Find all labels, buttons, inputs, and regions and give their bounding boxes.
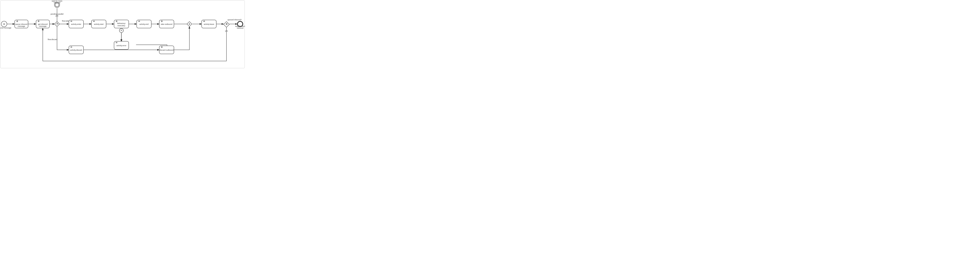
flow-take-gateway: ✕ [54,22,59,27]
envelope-icon-error: ✉ [116,41,117,44]
edge-gateway-to-discard [57,26,69,50]
flow-discard-label: flow.discard [48,38,57,41]
get-inbound-text: get inbound [38,23,48,25]
envelope-icon-discard: ✉ [70,46,72,48]
activity-start-text: activity.start [94,23,103,25]
envelope-icon-inbound: ✉ [3,23,5,25]
inbound-message-label: inbound message [0,27,11,29]
behaviour-text: Behaviour [117,22,126,24]
gear-icon-queue: ⚙ [16,20,18,22]
discard-outbound-node: ⚙ discard outbound [159,46,174,54]
plus-icon-parallel: + [189,22,190,25]
diagram-frame [0,0,245,68]
gear-icon-behaviour: ⚙ [116,20,118,22]
loop-icon: ↻ [121,29,122,32]
activity-start-node: ✉ activity.start [91,20,106,28]
activity-leave-node: ✉ activity.leave [202,20,216,28]
queue-inbound-text2: message [18,25,25,27]
behaviour-text2: execute() [118,25,125,27]
x-icon-flow-take: ✕ [56,22,58,25]
envelope-icon-leave: ✉ [203,20,205,22]
activity-enter-text: activity.enter [71,23,81,25]
activity-end-text: activity.end [140,23,148,25]
activity-end-node: ✉ activity.end [137,20,151,28]
wait-next-inbound-label2: inbound [237,27,243,29]
flow-take-label: flow.take [62,20,69,22]
gear-icon-discard-outbound: ⚙ [161,46,163,48]
wait-more-label2: inbound [54,2,60,4]
x-icon-queued: ✕ [226,22,228,25]
take-outbound-node: ⚙ take outbound [159,20,174,28]
edge-yes-loop [43,27,226,61]
loop-marker: ↻ [119,29,123,33]
activity-leave-text: activity.leave [204,23,214,25]
queue-inbound-text: queue inbound [15,23,27,25]
activity-error-node: ✉ activity.error [114,41,129,49]
parallel-gateway-node: + [187,22,192,27]
queue-inbound-node: ⚙ queue inbound message [15,20,28,28]
activity-enter-node: ✉ activity.enter [69,20,83,28]
get-inbound-node: ⚙ get inbound message [36,20,49,28]
get-inbound-text2: message [39,25,47,27]
envelope-icon-enter: ✉ [70,20,72,22]
envelope-icon-end: ✉ [138,20,140,22]
envelope-icon-start: ✉ [93,20,95,22]
behaviour-execute-node: ⚙ Behaviour execute() [114,20,129,28]
take-outbound-text: take outbound [161,23,172,25]
activity-discard-node: ✉ activity.discard [69,46,83,54]
activity-error-text: activity.error [116,44,126,47]
queued-inbound-gateway: ✕ [224,22,229,27]
pending-parallel-label2: join [56,15,59,17]
gear-icon-get: ⚙ [38,20,40,22]
yes-label: yes [225,30,228,32]
discard-outbound-text: discard outbound [159,49,173,51]
activity-discard-text: activity.discard [70,49,82,51]
gear-icon-take-outbound: ⚙ [161,20,163,22]
queued-inbound-label: queued inbound? [228,19,242,21]
edge-discard-outbound-to-parallel [174,27,189,50]
inbound-message-node: ✉ [1,21,7,27]
